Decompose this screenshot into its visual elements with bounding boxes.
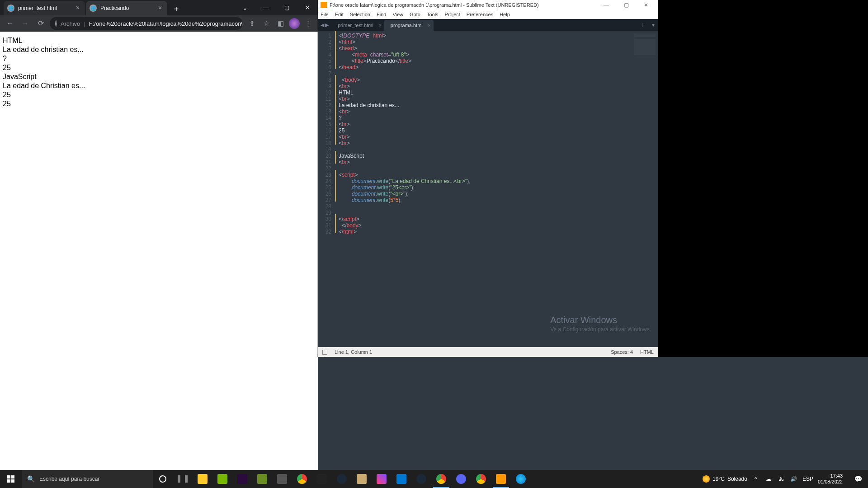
menu-help[interactable]: Help (500, 12, 510, 17)
search-icon: 🔍 (27, 475, 35, 483)
status-indent[interactable]: Spaces: 4 (611, 349, 633, 355)
taskbar-cortana[interactable] (153, 470, 173, 488)
sublime-window-controls: — ▢ ✕ (597, 2, 656, 8)
search-placeholder: Escribe aquí para buscar (39, 476, 99, 482)
menu-tools[interactable]: Tools (427, 12, 439, 17)
close-icon[interactable]: × (74, 5, 81, 12)
taskbar-chrome-running[interactable] (431, 470, 451, 488)
url-separator: | (84, 20, 85, 27)
share-icon[interactable]: ⇪ (245, 17, 258, 30)
sublime-tab-1[interactable]: primer_test.html × (331, 20, 384, 31)
close-icon[interactable]: × (156, 5, 164, 12)
chrome-tab-1[interactable]: 🌐 primer_test.html × (4, 1, 85, 15)
menu-project[interactable]: Project (445, 12, 460, 17)
menu-selection[interactable]: Selection (350, 12, 370, 17)
weather-widget[interactable]: 19°C Soleado (703, 475, 747, 483)
maximize-button[interactable]: ▢ (276, 0, 297, 15)
status-syntax[interactable]: HTML (640, 349, 654, 355)
forward-button[interactable]: → (19, 17, 32, 30)
taskbar-app[interactable] (272, 470, 292, 488)
sublime-window: F:\one oracle latam\logica de programacó… (318, 0, 658, 357)
taskbar-chrome[interactable] (292, 470, 312, 488)
taskbar-steam[interactable] (332, 470, 352, 488)
tray-language[interactable]: ESP (802, 476, 811, 482)
close-icon[interactable]: × (428, 23, 430, 28)
minimize-button[interactable]: — (597, 2, 616, 8)
code-area[interactable]: <!DOCTYPE html> <html> <head> <meta char… (336, 31, 622, 347)
star-icon[interactable]: ☆ (260, 17, 273, 30)
watermark-subtitle: Ve a Configuración para activar Windows. (550, 326, 651, 333)
taskbar-nvidia[interactable] (212, 470, 232, 488)
watermark-title: Activar Windows (550, 315, 651, 325)
close-button[interactable]: ✕ (637, 2, 656, 8)
chrome-page-overflow (0, 357, 318, 470)
globe-icon: 🌐 (90, 5, 97, 12)
sidepanel-icon[interactable]: ◧ (274, 17, 287, 30)
globe-icon: 🌐 (7, 5, 14, 12)
chrome-toolbar: ← → ⟳ i Archivo | F:/one%20oracle%20lata… (0, 15, 318, 32)
weather-temp: 19°C (712, 476, 725, 482)
nav-back-icon[interactable]: ◀ (321, 22, 324, 28)
kebab-menu-icon[interactable]: ⋮ (302, 17, 314, 30)
taskbar-steam2[interactable] (411, 470, 431, 488)
url-scheme: Archivo (61, 20, 80, 27)
action-center-icon[interactable]: 💬 (850, 475, 866, 483)
clock-date: 01/08/2022 (818, 479, 843, 485)
status-line-col[interactable]: Line 1, Column 1 (335, 349, 372, 355)
sublime-statusbar: Line 1, Column 1 Spaces: 4 HTML (318, 347, 658, 357)
reload-button[interactable]: ⟳ (34, 17, 47, 30)
taskbar-lol[interactable] (352, 470, 372, 488)
menu-goto[interactable]: Goto (410, 12, 420, 17)
new-tab-button[interactable]: + (170, 3, 183, 15)
taskbar-vscode[interactable] (392, 470, 411, 488)
sublime-titlebar: F:\one oracle latam\logica de programacó… (318, 0, 658, 10)
sublime-tab-2[interactable]: programa.html × (384, 20, 434, 31)
menu-file[interactable]: File (321, 12, 329, 17)
taskbar-search[interactable]: 🔍 Escribe aquí para buscar (22, 470, 153, 488)
menu-view[interactable]: View (392, 12, 403, 17)
taskbar-chrome-canary[interactable] (471, 470, 491, 488)
close-icon[interactable]: × (378, 23, 381, 28)
menu-preferences[interactable]: Preferences (467, 12, 493, 17)
taskbar-app[interactable] (232, 470, 252, 488)
menu-find[interactable]: Find (377, 12, 386, 17)
taskbar-clock[interactable]: 17:43 01/08/2022 (815, 473, 845, 485)
taskbar-explorer[interactable] (193, 470, 212, 488)
profile-avatar[interactable] (289, 18, 300, 29)
page-line: ? (3, 54, 315, 63)
start-button[interactable] (0, 470, 22, 488)
page-line: 25 (3, 99, 315, 108)
page-line: JavaScript (3, 72, 315, 81)
minimap[interactable] (622, 31, 658, 347)
panel-switch-icon[interactable] (322, 350, 327, 355)
chrome-window-controls: ⌄ — ▢ ✕ (235, 0, 318, 15)
taskbar-epic[interactable] (312, 470, 332, 488)
tray-chevron-up-icon[interactable]: ^ (752, 476, 760, 482)
taskbar-minecraft[interactable] (252, 470, 272, 488)
nav-forward-icon[interactable]: ▶ (325, 22, 329, 28)
tray-onedrive-icon[interactable]: ☁ (764, 476, 773, 482)
chrome-tab-2[interactable]: 🌐 Practicando × (86, 1, 167, 15)
maximize-button[interactable]: ▢ (617, 2, 636, 8)
tray-volume-icon[interactable]: 🔊 (790, 476, 798, 482)
close-button[interactable]: ✕ (297, 0, 318, 15)
sublime-editor[interactable]: 1234567891011121314151617181920212223242… (318, 31, 658, 347)
tab-dropdown-icon[interactable]: ▼ (648, 19, 658, 31)
url-path: F:/one%20oracle%20latam/logica%20de%20pr… (89, 20, 243, 27)
menu-edit[interactable]: Edit (335, 12, 344, 17)
weather-cond: Soleado (727, 476, 747, 482)
taskbar-taskview[interactable] (173, 470, 193, 488)
chevron-down-icon[interactable]: ⌄ (235, 0, 255, 15)
address-bar[interactable]: i Archivo | F:/one%20oracle%20latam/logi… (50, 17, 243, 30)
new-tab-button[interactable]: + (637, 19, 648, 31)
info-icon: i (55, 20, 57, 27)
back-button[interactable]: ← (4, 17, 16, 30)
minimize-button[interactable]: — (255, 0, 276, 15)
chrome-tab-label: Practicando (100, 5, 156, 11)
windows-taskbar: 🔍 Escribe aquí para buscar 19°C Soleado … (0, 470, 868, 488)
tray-network-icon[interactable]: 🖧 (777, 476, 785, 482)
taskbar-sublime[interactable] (491, 470, 511, 488)
taskbar-discord[interactable] (451, 470, 471, 488)
taskbar-app[interactable] (372, 470, 392, 488)
taskbar-edge[interactable] (511, 470, 531, 488)
